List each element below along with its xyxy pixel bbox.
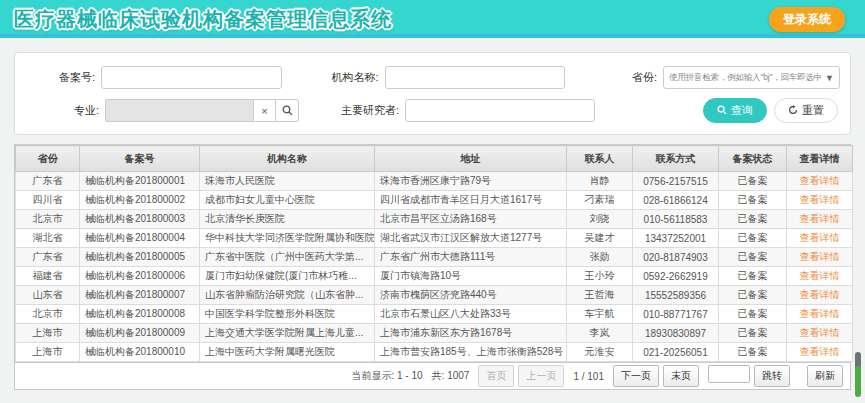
total-count-text: 共: 1007 bbox=[432, 369, 470, 383]
refresh-icon bbox=[788, 105, 798, 117]
record-no-input[interactable] bbox=[101, 66, 282, 89]
cell-phone: 021-20256051 bbox=[633, 343, 719, 362]
cell-record-no: 械临机构备201800008 bbox=[80, 305, 200, 324]
cell-address: 北京市昌平区立汤路168号 bbox=[375, 210, 567, 229]
cell-record-no: 械临机构备201800003 bbox=[80, 210, 200, 229]
table-header-row: 省份 备案号 机构名称 地址 联系人 联系方式 备案状态 查看详情 bbox=[16, 146, 853, 172]
search-panel: 备案号: 机构名称: 省份: 使用拼音检索，例如输入"bj"，回车即选中"北京"… bbox=[14, 52, 851, 135]
cell-province: 上海市 bbox=[16, 324, 80, 343]
view-detail-link[interactable]: 查看详情 bbox=[800, 251, 840, 262]
cell-contact: 肖静 bbox=[567, 172, 633, 191]
scrollbar-thumb[interactable] bbox=[855, 352, 861, 397]
cell-record-no: 械临机构备201800002 bbox=[80, 191, 200, 210]
cell-contact: 刁素瑞 bbox=[567, 191, 633, 210]
cell-province: 山东省 bbox=[16, 286, 80, 305]
cell-province: 北京市 bbox=[16, 305, 80, 324]
specialty-search-icon[interactable] bbox=[276, 99, 299, 122]
cell-phone: 020-81874903 bbox=[633, 248, 719, 267]
org-name-input[interactable] bbox=[385, 66, 566, 89]
cell-phone: 010-88771767 bbox=[633, 305, 719, 324]
cell-address: 济南市槐荫区济兖路440号 bbox=[375, 286, 567, 305]
cell-contact: 王小玲 bbox=[567, 267, 633, 286]
view-detail-link[interactable]: 查看详情 bbox=[800, 327, 840, 338]
first-page-button[interactable]: 首页 bbox=[478, 365, 514, 387]
login-button[interactable]: 登录系统 bbox=[769, 7, 845, 32]
view-detail-link[interactable]: 查看详情 bbox=[800, 175, 840, 186]
cell-province: 广东省 bbox=[16, 172, 80, 191]
column-header-province: 省份 bbox=[16, 146, 80, 172]
view-detail-link[interactable]: 查看详情 bbox=[800, 346, 840, 357]
pi-input[interactable] bbox=[405, 99, 595, 122]
cell-status: 已备案 bbox=[719, 229, 787, 248]
cell-contact: 王哲海 bbox=[567, 286, 633, 305]
column-header-detail: 查看详情 bbox=[787, 146, 853, 172]
org-name-label: 机构名称: bbox=[318, 70, 379, 85]
refresh-button[interactable]: 刷新 bbox=[807, 365, 843, 387]
cell-address: 厦门市镇海路10号 bbox=[375, 267, 567, 286]
view-detail-link[interactable]: 查看详情 bbox=[800, 308, 840, 319]
cell-phone: 010-56118583 bbox=[633, 210, 719, 229]
province-select[interactable]: 使用拼音检索，例如输入"bj"，回车即选中"北京" ▼ bbox=[663, 66, 840, 89]
page-title: 医疗器械临床试验机构备案管理信息系统 bbox=[14, 6, 392, 33]
view-detail-link[interactable]: 查看详情 bbox=[800, 213, 840, 224]
cell-phone: 0756-2157515 bbox=[633, 172, 719, 191]
table-row: 上海市 械临机构备201800010 上海中医药大学附属曙光医院 上海市普安路1… bbox=[16, 343, 853, 362]
view-detail-link[interactable]: 查看详情 bbox=[800, 232, 840, 243]
cell-province: 福建省 bbox=[16, 267, 80, 286]
cell-contact: 元淮安 bbox=[567, 343, 633, 362]
column-header-org: 机构名称 bbox=[200, 146, 375, 172]
cell-address: 四川省成都市青羊区日月大道1617号 bbox=[375, 191, 567, 210]
prev-page-button[interactable]: 上一页 bbox=[518, 365, 564, 387]
last-page-button[interactable]: 末页 bbox=[663, 365, 699, 387]
cell-contact: 张勋 bbox=[567, 248, 633, 267]
view-detail-link[interactable]: 查看详情 bbox=[800, 289, 840, 300]
cell-province: 四川省 bbox=[16, 191, 80, 210]
cell-record-no: 械临机构备201800004 bbox=[80, 229, 200, 248]
cell-province: 广东省 bbox=[16, 248, 80, 267]
cell-address: 湖北省武汉市江汉区解放大道1277号 bbox=[375, 229, 567, 248]
cell-org: 山东省肿瘤防治研究院（山东省肿... bbox=[200, 286, 375, 305]
page-indicator: 1 / 101 bbox=[573, 371, 604, 382]
search-icon bbox=[717, 105, 727, 117]
cell-address: 广东省广州市大德路111号 bbox=[375, 248, 567, 267]
cell-status: 已备案 bbox=[719, 172, 787, 191]
column-header-record-no: 备案号 bbox=[80, 146, 200, 172]
table-row: 上海市 械临机构备201800009 上海交通大学医学院附属上海儿童... 上海… bbox=[16, 324, 853, 343]
cell-record-no: 械临机构备201800005 bbox=[80, 248, 200, 267]
results-table: 省份 备案号 机构名称 地址 联系人 联系方式 备案状态 查看详情 广东省 械临… bbox=[15, 145, 853, 362]
cell-record-no: 械临机构备201800006 bbox=[80, 267, 200, 286]
cell-record-no: 械临机构备201800007 bbox=[80, 286, 200, 305]
column-header-contact: 联系人 bbox=[567, 146, 633, 172]
jump-page-input[interactable] bbox=[708, 365, 750, 383]
chevron-down-icon: ▼ bbox=[825, 73, 834, 83]
cell-status: 已备案 bbox=[719, 305, 787, 324]
cell-contact: 车宇航 bbox=[567, 305, 633, 324]
table-row: 北京市 械临机构备201800003 北京清华长庚医院 北京市昌平区立汤路168… bbox=[16, 210, 853, 229]
jump-button[interactable]: 跳转 bbox=[754, 365, 790, 387]
cell-org: 成都市妇女儿童中心医院 bbox=[200, 191, 375, 210]
results-table-card: 省份 备案号 机构名称 地址 联系人 联系方式 备案状态 查看详情 广东省 械临… bbox=[14, 144, 851, 390]
cell-record-no: 械临机构备201800010 bbox=[80, 343, 200, 362]
view-detail-link[interactable]: 查看详情 bbox=[800, 270, 840, 281]
specialty-input[interactable] bbox=[105, 99, 253, 122]
cell-address: 上海市普安路185号、上海市张衡路528号 bbox=[375, 343, 567, 362]
view-detail-link[interactable]: 查看详情 bbox=[800, 194, 840, 205]
table-row: 山东省 械临机构备201800007 山东省肿瘤防治研究院（山东省肿... 济南… bbox=[16, 286, 853, 305]
table-row: 广东省 械临机构备201800005 广东省中医院（广州中医药大学第... 广东… bbox=[16, 248, 853, 267]
clear-icon[interactable]: × bbox=[253, 99, 276, 122]
next-page-button[interactable]: 下一页 bbox=[613, 365, 659, 387]
cell-record-no: 械临机构备201800001 bbox=[80, 172, 200, 191]
table-row: 广东省 械临机构备201800001 珠海市人民医院 珠海市香洲区康宁路79号 … bbox=[16, 172, 853, 191]
cell-record-no: 械临机构备201800009 bbox=[80, 324, 200, 343]
cell-status: 已备案 bbox=[719, 343, 787, 362]
reset-button[interactable]: 重置 bbox=[774, 98, 838, 123]
cell-status: 已备案 bbox=[719, 267, 787, 286]
cell-status: 已备案 bbox=[719, 286, 787, 305]
cell-phone: 028-61866124 bbox=[633, 191, 719, 210]
cell-org: 北京清华长庚医院 bbox=[200, 210, 375, 229]
column-header-address: 地址 bbox=[375, 146, 567, 172]
query-button[interactable]: 查询 bbox=[703, 98, 767, 123]
cell-phone: 0592-2662919 bbox=[633, 267, 719, 286]
table-row: 湖北省 械临机构备201800004 华中科技大学同济医学院附属协和医院 湖北省… bbox=[16, 229, 853, 248]
cell-contact: 李岚 bbox=[567, 324, 633, 343]
